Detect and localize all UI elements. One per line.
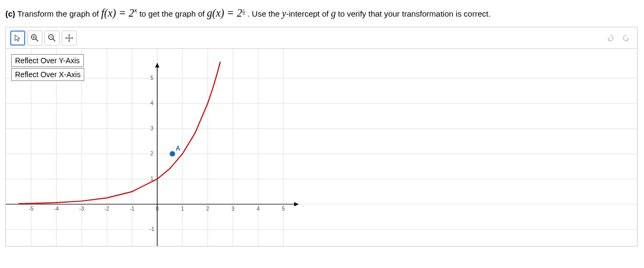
svg-text:5: 5 [150, 75, 153, 81]
undo-button[interactable] [604, 32, 617, 44]
svg-text:-2: -2 [105, 206, 109, 212]
svg-text:3: 3 [231, 206, 235, 212]
svg-text:-1: -1 [150, 226, 155, 232]
chart-area[interactable]: Reflect Over Y-Axis Reflect Over X-Axis … [6, 49, 637, 246]
svg-text:2: 2 [206, 206, 209, 212]
part-label: (c) [5, 9, 15, 18]
svg-text:1: 1 [181, 206, 184, 212]
svg-marker-29 [294, 202, 298, 206]
svg-line-5 [53, 39, 56, 41]
svg-text:4: 4 [150, 100, 153, 106]
zoom-in-tool[interactable] [27, 31, 42, 46]
plot-svg: -5-4-3-2-1012345-112345A [6, 49, 637, 246]
geogebra-applet: Reflect Over Y-Axis Reflect Over X-Axis … [5, 27, 638, 247]
svg-text:5: 5 [282, 206, 285, 212]
svg-line-1 [36, 39, 39, 41]
svg-text:4: 4 [257, 206, 260, 212]
toolbar [6, 27, 637, 49]
svg-point-48 [170, 151, 175, 157]
svg-text:3: 3 [150, 125, 153, 131]
zoom-out-tool[interactable] [45, 31, 60, 46]
svg-text:0: 0 [156, 206, 159, 212]
svg-text:-3: -3 [79, 206, 84, 212]
svg-text:-4: -4 [54, 206, 59, 212]
svg-text:2: 2 [150, 151, 153, 157]
svg-marker-30 [155, 63, 159, 68]
svg-text:-5: -5 [29, 206, 34, 212]
reflect-x-axis-button[interactable]: Reflect Over X-Axis [11, 68, 84, 81]
question-prompt: (c) Transform the graph of f(x) = 2x to … [5, 5, 639, 20]
svg-text:-1: -1 [130, 206, 135, 212]
svg-text:A: A [175, 145, 180, 152]
redo-button[interactable] [620, 32, 633, 44]
reflect-y-axis-button[interactable]: Reflect Over Y-Axis [11, 54, 84, 67]
pointer-tool[interactable] [10, 31, 25, 46]
move-view-tool[interactable] [62, 31, 77, 46]
